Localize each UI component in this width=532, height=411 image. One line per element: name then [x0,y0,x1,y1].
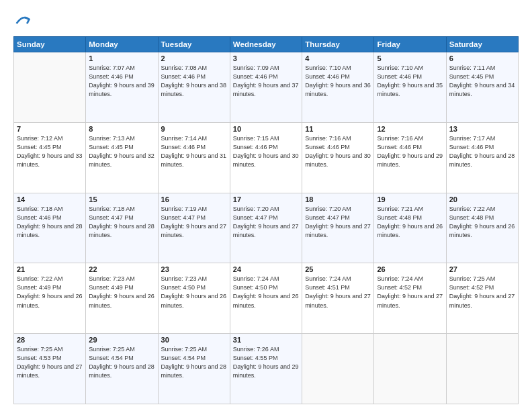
calendar-cell: 14 Sunrise: 7:18 AMSunset: 4:46 PMDaylig… [14,193,86,263]
day-info: Sunrise: 7:20 AMSunset: 4:47 PMDaylight:… [233,205,299,240]
calendar-body: 1 Sunrise: 7:07 AMSunset: 4:46 PMDayligh… [14,52,519,404]
calendar-cell: 5 Sunrise: 7:10 AMSunset: 4:46 PMDayligh… [374,52,446,123]
calendar-cell: 19 Sunrise: 7:21 AMSunset: 4:48 PMDaylig… [374,193,446,263]
day-number: 29 [89,336,154,344]
day-info: Sunrise: 7:23 AMSunset: 4:50 PMDaylight:… [161,275,227,310]
day-number: 1 [89,54,154,62]
calendar-cell: 9 Sunrise: 7:14 AMSunset: 4:46 PMDayligh… [158,122,230,193]
day-number: 8 [89,125,154,133]
calendar-cell: 24 Sunrise: 7:24 AMSunset: 4:50 PMDaylig… [230,263,302,334]
day-number: 21 [17,265,83,273]
day-info: Sunrise: 7:16 AMSunset: 4:46 PMDaylight:… [377,134,443,169]
logo [13,12,35,31]
weekday-sunday: Sunday [14,37,86,52]
logo-icon [13,12,32,31]
calendar-week-1: 1 Sunrise: 7:07 AMSunset: 4:46 PMDayligh… [14,52,519,123]
day-number: 11 [305,125,371,133]
day-number: 3 [233,54,299,62]
calendar-cell: 29 Sunrise: 7:25 AMSunset: 4:54 PMDaylig… [86,334,158,404]
calendar-cell [446,334,518,404]
day-info: Sunrise: 7:24 AMSunset: 4:52 PMDaylight:… [377,275,443,310]
day-info: Sunrise: 7:25 AMSunset: 4:53 PMDaylight:… [17,345,83,380]
day-info: Sunrise: 7:10 AMSunset: 4:46 PMDaylight:… [377,64,443,99]
day-number: 10 [233,125,299,133]
day-number: 9 [161,125,227,133]
day-number: 23 [161,265,227,273]
calendar-week-3: 14 Sunrise: 7:18 AMSunset: 4:46 PMDaylig… [14,193,519,263]
calendar-cell: 7 Sunrise: 7:12 AMSunset: 4:45 PMDayligh… [14,122,86,193]
day-number: 2 [161,54,227,62]
calendar-cell: 6 Sunrise: 7:11 AMSunset: 4:45 PMDayligh… [446,52,518,123]
weekday-wednesday: Wednesday [230,37,302,52]
day-info: Sunrise: 7:26 AMSunset: 4:55 PMDaylight:… [233,345,299,380]
weekday-saturday: Saturday [446,37,518,52]
day-info: Sunrise: 7:24 AMSunset: 4:51 PMDaylight:… [305,275,371,310]
calendar-header: SundayMondayTuesdayWednesdayThursdayFrid… [14,37,519,52]
day-number: 18 [305,195,371,203]
day-info: Sunrise: 7:22 AMSunset: 4:48 PMDaylight:… [449,205,515,240]
calendar-cell: 20 Sunrise: 7:22 AMSunset: 4:48 PMDaylig… [446,193,518,263]
calendar-cell: 21 Sunrise: 7:22 AMSunset: 4:49 PMDaylig… [14,263,86,334]
day-number: 12 [377,125,443,133]
calendar-table: SundayMondayTuesdayWednesdayThursdayFrid… [13,36,519,404]
day-number: 15 [89,195,154,203]
day-info: Sunrise: 7:08 AMSunset: 4:46 PMDaylight:… [161,64,227,99]
day-info: Sunrise: 7:16 AMSunset: 4:46 PMDaylight:… [305,134,371,169]
day-number: 30 [161,336,227,344]
calendar-cell: 11 Sunrise: 7:16 AMSunset: 4:46 PMDaylig… [302,122,374,193]
page: SundayMondayTuesdayWednesdayThursdayFrid… [0,0,532,411]
day-info: Sunrise: 7:25 AMSunset: 4:54 PMDaylight:… [161,345,227,380]
day-info: Sunrise: 7:13 AMSunset: 4:45 PMDaylight:… [89,134,154,169]
calendar-cell: 28 Sunrise: 7:25 AMSunset: 4:53 PMDaylig… [14,334,86,404]
weekday-friday: Friday [374,37,446,52]
weekday-thursday: Thursday [302,37,374,52]
calendar-cell: 4 Sunrise: 7:10 AMSunset: 4:46 PMDayligh… [302,52,374,123]
svg-rect-0 [13,12,32,31]
day-info: Sunrise: 7:24 AMSunset: 4:50 PMDaylight:… [233,275,299,310]
calendar-cell: 2 Sunrise: 7:08 AMSunset: 4:46 PMDayligh… [158,52,230,123]
day-info: Sunrise: 7:12 AMSunset: 4:45 PMDaylight:… [17,134,83,169]
day-info: Sunrise: 7:19 AMSunset: 4:47 PMDaylight:… [161,205,227,240]
calendar-cell: 3 Sunrise: 7:09 AMSunset: 4:46 PMDayligh… [230,52,302,123]
day-number: 14 [17,195,83,203]
day-info: Sunrise: 7:20 AMSunset: 4:47 PMDaylight:… [305,205,371,240]
calendar-cell: 16 Sunrise: 7:19 AMSunset: 4:47 PMDaylig… [158,193,230,263]
day-number: 28 [17,336,83,344]
day-info: Sunrise: 7:07 AMSunset: 4:46 PMDaylight:… [89,64,154,99]
day-info: Sunrise: 7:18 AMSunset: 4:47 PMDaylight:… [89,205,154,240]
day-number: 20 [449,195,515,203]
calendar-cell: 25 Sunrise: 7:24 AMSunset: 4:51 PMDaylig… [302,263,374,334]
calendar-cell: 13 Sunrise: 7:17 AMSunset: 4:46 PMDaylig… [446,122,518,193]
day-info: Sunrise: 7:14 AMSunset: 4:46 PMDaylight:… [161,134,227,169]
calendar-week-5: 28 Sunrise: 7:25 AMSunset: 4:53 PMDaylig… [14,334,519,404]
calendar-cell: 12 Sunrise: 7:16 AMSunset: 4:46 PMDaylig… [374,122,446,193]
calendar-cell [302,334,374,404]
day-number: 5 [377,54,443,62]
calendar-cell: 23 Sunrise: 7:23 AMSunset: 4:50 PMDaylig… [158,263,230,334]
day-info: Sunrise: 7:25 AMSunset: 4:54 PMDaylight:… [89,345,154,380]
day-info: Sunrise: 7:10 AMSunset: 4:46 PMDaylight:… [305,64,371,99]
calendar-cell: 15 Sunrise: 7:18 AMSunset: 4:47 PMDaylig… [86,193,158,263]
calendar-cell: 26 Sunrise: 7:24 AMSunset: 4:52 PMDaylig… [374,263,446,334]
day-number: 31 [233,336,299,344]
day-number: 6 [449,54,515,62]
day-info: Sunrise: 7:15 AMSunset: 4:46 PMDaylight:… [233,134,299,169]
weekday-tuesday: Tuesday [158,37,230,52]
calendar-cell [374,334,446,404]
day-info: Sunrise: 7:23 AMSunset: 4:49 PMDaylight:… [89,275,154,310]
day-number: 26 [377,265,443,273]
day-number: 4 [305,54,371,62]
day-info: Sunrise: 7:22 AMSunset: 4:49 PMDaylight:… [17,275,83,310]
header [13,12,519,31]
calendar-cell: 30 Sunrise: 7:25 AMSunset: 4:54 PMDaylig… [158,334,230,404]
weekday-header-row: SundayMondayTuesdayWednesdayThursdayFrid… [14,37,519,52]
calendar-cell: 8 Sunrise: 7:13 AMSunset: 4:45 PMDayligh… [86,122,158,193]
day-info: Sunrise: 7:17 AMSunset: 4:46 PMDaylight:… [449,134,515,169]
calendar-week-2: 7 Sunrise: 7:12 AMSunset: 4:45 PMDayligh… [14,122,519,193]
calendar-cell: 1 Sunrise: 7:07 AMSunset: 4:46 PMDayligh… [86,52,158,123]
calendar-cell: 31 Sunrise: 7:26 AMSunset: 4:55 PMDaylig… [230,334,302,404]
day-number: 25 [305,265,371,273]
calendar-cell: 18 Sunrise: 7:20 AMSunset: 4:47 PMDaylig… [302,193,374,263]
day-number: 16 [161,195,227,203]
day-number: 22 [89,265,154,273]
